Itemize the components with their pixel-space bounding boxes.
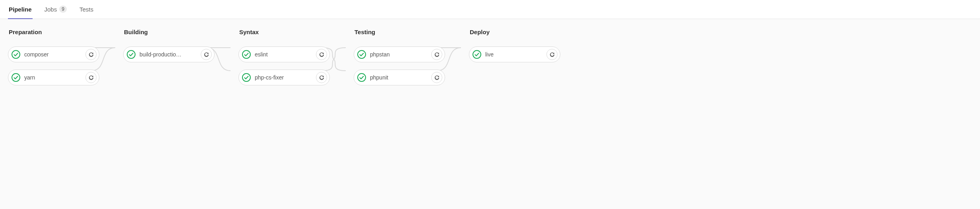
status-success-icon <box>12 73 20 82</box>
job-live[interactable]: live <box>469 46 560 62</box>
job-composer[interactable]: composer <box>8 46 99 62</box>
tab-label: Pipeline <box>9 6 32 13</box>
status-success-icon <box>12 50 20 59</box>
job-label: phpstan <box>370 51 431 58</box>
job-build-production[interactable]: build-productio… <box>123 46 215 62</box>
job-phpstan[interactable]: phpstan <box>354 46 445 62</box>
svg-point-2 <box>127 50 135 58</box>
job-label: php-cs-fixer <box>255 74 316 81</box>
status-success-icon <box>357 73 366 82</box>
job-retry-button[interactable] <box>201 49 212 60</box>
job-php-cs-fixer[interactable]: php-cs-fixer <box>238 70 330 85</box>
svg-point-7 <box>473 50 481 58</box>
job-label: yarn <box>24 74 85 81</box>
job-label: live <box>485 51 546 58</box>
tab-pipeline[interactable]: Pipeline <box>8 0 33 19</box>
svg-point-1 <box>12 74 20 81</box>
svg-point-0 <box>12 50 20 58</box>
job-label: build-productio… <box>139 51 201 58</box>
tab-jobs[interactable]: Jobs 9 <box>44 0 68 19</box>
status-success-icon <box>242 73 251 82</box>
status-success-icon <box>242 50 251 59</box>
retry-icon <box>434 75 440 81</box>
stage-title: Preparation <box>8 27 99 46</box>
stage-title: Deploy <box>469 27 560 46</box>
retry-icon <box>549 52 555 58</box>
stages-row: Preparation composer yarn <box>8 27 972 85</box>
tabs-bar: Pipeline Jobs 9 Tests <box>0 0 980 19</box>
stage-building: Building build-productio… <box>123 27 215 62</box>
stage-title: Testing <box>354 27 445 46</box>
tab-tests[interactable]: Tests <box>79 0 94 19</box>
stage-jobs: phpstan phpunit <box>354 46 445 85</box>
stage-jobs: build-productio… <box>123 46 215 62</box>
stage-deploy: Deploy live <box>469 27 560 62</box>
status-success-icon <box>127 50 136 59</box>
stage-jobs: live <box>469 46 560 62</box>
job-eslint[interactable]: eslint <box>238 46 330 62</box>
job-yarn[interactable]: yarn <box>8 70 99 85</box>
retry-icon <box>319 75 325 81</box>
svg-point-3 <box>242 50 250 58</box>
stage-preparation: Preparation composer yarn <box>8 27 99 85</box>
job-retry-button[interactable] <box>431 72 442 83</box>
retry-icon <box>434 52 440 58</box>
job-retry-button[interactable] <box>85 72 97 83</box>
status-success-icon <box>473 50 481 59</box>
job-label: composer <box>24 51 85 58</box>
stage-title: Syntax <box>238 27 330 46</box>
job-retry-button[interactable] <box>431 49 442 60</box>
retry-icon <box>88 52 94 58</box>
stage-testing: Testing phpstan phpunit <box>354 27 445 85</box>
job-retry-button[interactable] <box>85 49 97 60</box>
retry-icon <box>203 52 209 58</box>
pipeline-graph: Preparation composer yarn <box>0 19 980 93</box>
job-phpunit[interactable]: phpunit <box>354 70 445 85</box>
job-retry-button[interactable] <box>316 49 327 60</box>
job-retry-button[interactable] <box>316 72 327 83</box>
job-label: eslint <box>255 51 316 58</box>
tab-label: Jobs <box>45 6 57 13</box>
retry-icon <box>88 75 94 81</box>
tab-label: Tests <box>79 6 93 13</box>
job-label: phpunit <box>370 74 431 81</box>
tab-badge: 9 <box>59 6 67 13</box>
svg-point-4 <box>242 74 250 81</box>
status-success-icon <box>357 50 366 59</box>
svg-point-6 <box>358 74 366 81</box>
stage-title: Building <box>123 27 215 46</box>
svg-point-5 <box>358 50 366 58</box>
stage-jobs: eslint php-cs-fixer <box>238 46 330 85</box>
job-retry-button[interactable] <box>546 49 558 60</box>
stage-syntax: Syntax eslint php-cs-fixer <box>238 27 330 85</box>
retry-icon <box>319 52 325 58</box>
stage-jobs: composer yarn <box>8 46 99 85</box>
